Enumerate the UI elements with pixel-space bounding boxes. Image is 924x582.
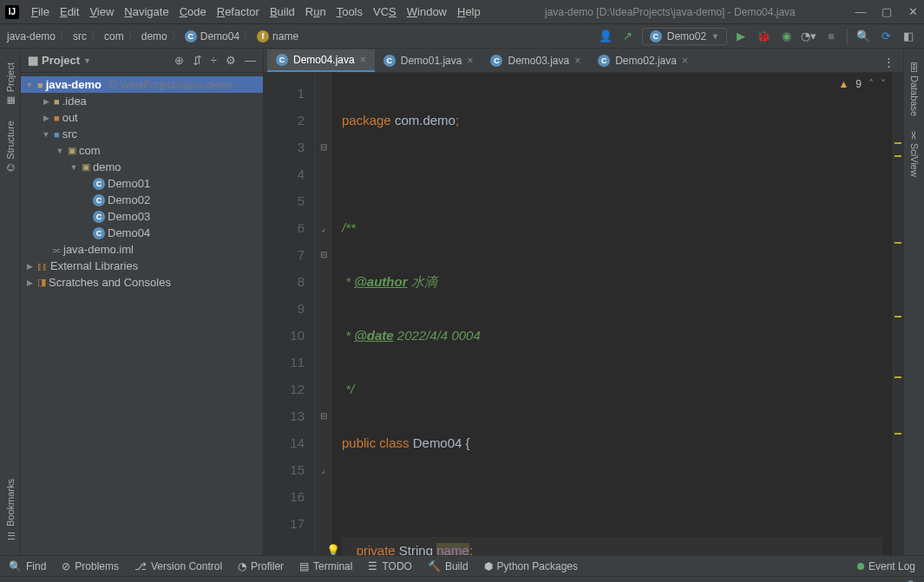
menu-tools[interactable]: Tools — [331, 3, 368, 20]
warning-count[interactable]: 9 — [855, 78, 862, 90]
editor-tab[interactable]: CDemo02.java× — [589, 49, 697, 72]
expander-icon[interactable]: ▼ — [69, 163, 79, 172]
project-tool-tab[interactable]: ▦ Project — [2, 56, 18, 114]
find-tool[interactable]: 🔍 Find — [9, 560, 46, 572]
code-editor[interactable]: package com.demo; /** * @author 水滴 * @da… — [331, 73, 893, 555]
close-window-button[interactable]: ✕ — [907, 5, 919, 18]
tree-node-iml[interactable]: ⫘java-demo.iml — [21, 241, 263, 258]
coverage-button[interactable]: ◉ — [777, 28, 795, 45]
sciview-tool-tab[interactable]: ⫘ SciView — [907, 123, 922, 184]
expander-icon[interactable]: ▶ — [41, 114, 51, 122]
sync-icon[interactable]: ⟳ — [877, 28, 895, 45]
error-stripe[interactable] — [893, 73, 903, 555]
tree-node-class[interactable]: CDemo01 — [21, 175, 263, 192]
warning-icon[interactable]: ▲ — [838, 78, 849, 90]
minimize-button[interactable]: — — [855, 5, 867, 18]
close-tab-icon[interactable]: × — [574, 55, 580, 67]
fold-icon[interactable]: ⊟ — [316, 241, 331, 268]
tabs-more-icon[interactable]: ⋮ — [875, 52, 903, 72]
build-button[interactable]: ↗ — [619, 28, 637, 45]
stop-button[interactable]: ■ — [822, 28, 840, 45]
intention-bulb-icon[interactable]: 💡 — [326, 537, 340, 555]
menu-build[interactable]: Build — [265, 3, 300, 20]
tree-node-class[interactable]: CDemo04 — [21, 225, 263, 241]
crumb-field[interactable]: fname — [257, 30, 298, 43]
tree-node-out[interactable]: ▶■out — [21, 109, 263, 126]
menu-edit[interactable]: Edit — [55, 3, 84, 20]
tree-project-root[interactable]: ▼ ■ java-demo D:\IdeaProjects\java-demo — [21, 76, 263, 93]
menu-vcs[interactable]: VCS — [368, 3, 402, 20]
expander-icon[interactable]: ▼ — [41, 130, 51, 139]
event-log-tool[interactable]: Event Log — [857, 560, 915, 572]
structure-tool-tab[interactable]: ⌬ Structure — [2, 114, 18, 179]
menu-view[interactable]: View — [84, 3, 119, 20]
menu-help[interactable]: Help — [452, 3, 486, 20]
fold-end-icon[interactable]: ⌟ — [316, 214, 331, 241]
terminal-tool[interactable]: ▤ Terminal — [299, 560, 352, 572]
add-user-icon[interactable]: 👤 — [597, 28, 614, 45]
crumb-src[interactable]: src — [73, 30, 87, 43]
chevron-down-icon: ▼ — [711, 32, 719, 41]
build-tool[interactable]: 🔨 Build — [428, 560, 469, 572]
bookmarks-tool-tab[interactable]: ☰ Bookmarks — [2, 472, 18, 548]
close-tab-icon[interactable]: × — [467, 55, 473, 67]
vcs-tool[interactable]: ⎇ Version Control — [134, 560, 222, 572]
ide-settings-icon[interactable]: ◧ — [900, 28, 917, 45]
database-tool-tab[interactable]: 🗄 Database — [907, 56, 922, 123]
run-config-select[interactable]: C Demo02 ▼ — [642, 28, 727, 45]
fold-icon[interactable]: ⊟ — [316, 402, 331, 429]
close-tab-icon[interactable]: × — [360, 54, 366, 66]
menu-navigate[interactable]: Navigate — [119, 3, 174, 20]
fold-icon[interactable]: ⊟ — [316, 134, 331, 160]
line-number-gutter[interactable]: 1234567891011121314151617 — [264, 73, 316, 555]
crumb-demo[interactable]: demo — [141, 30, 167, 43]
crumb-project[interactable]: java-demo — [7, 30, 56, 43]
panel-settings-icon[interactable]: ⚙ — [226, 54, 236, 67]
menu-run[interactable]: Run — [300, 3, 331, 20]
tree-node-idea[interactable]: ▶■.idea — [21, 93, 263, 109]
profile-button[interactable]: ◔▾ — [800, 28, 817, 45]
debug-button[interactable]: 🐞 — [755, 28, 772, 45]
run-button[interactable]: ▶ — [732, 28, 750, 45]
prev-highlight-icon[interactable]: ˄ — [868, 78, 874, 90]
expander-icon[interactable]: ▶ — [24, 262, 35, 271]
project-view-select[interactable]: ▦ Project ▼ — [28, 54, 91, 67]
editor-tab[interactable]: CDemo04.java× — [267, 49, 375, 72]
maximize-button[interactable]: ▢ — [881, 5, 893, 18]
search-icon[interactable]: 🔍 — [855, 28, 872, 45]
collapse-all-icon[interactable]: ÷ — [211, 54, 217, 67]
tree-node-com[interactable]: ▼▣com — [21, 142, 263, 159]
expander-icon[interactable]: ▼ — [55, 147, 65, 155]
menu-window[interactable]: Window — [402, 3, 452, 20]
menu-refactor[interactable]: Refactor — [212, 3, 265, 20]
tree-node-class[interactable]: CDemo03 — [21, 208, 263, 225]
problems-tool[interactable]: ⊘ Problems — [62, 560, 119, 572]
next-highlight-icon[interactable]: ˅ — [881, 78, 886, 90]
editor-tab[interactable]: CDemo03.java× — [482, 49, 589, 72]
menu-code[interactable]: Code — [174, 3, 212, 20]
tree-node-src[interactable]: ▼■src — [21, 126, 263, 142]
class-icon: C — [276, 54, 288, 66]
chevron-right-icon: 〉 — [90, 29, 101, 43]
todo-tool[interactable]: ☰ TODO — [368, 560, 411, 572]
editor-tab[interactable]: CDemo01.java× — [375, 49, 482, 72]
expander-icon[interactable]: ▼ — [24, 81, 35, 89]
expander-icon[interactable]: ▶ — [41, 97, 51, 106]
class-icon: C — [490, 55, 502, 67]
folder-icon: ■ — [54, 113, 60, 123]
crumb-com[interactable]: com — [104, 30, 124, 43]
expand-all-icon[interactable]: ⇵ — [193, 54, 202, 67]
select-opened-file-icon[interactable]: ⊕ — [174, 54, 184, 67]
fold-end-icon[interactable]: ⌟ — [316, 456, 331, 483]
profiler-tool[interactable]: ◔ Profiler — [238, 560, 284, 572]
tree-node-ext-lib[interactable]: ▶⫿⫿External Libraries — [21, 258, 263, 274]
python-packages-tool[interactable]: ⬢ Python Packages — [484, 560, 578, 572]
close-tab-icon[interactable]: × — [682, 55, 688, 67]
hide-panel-icon[interactable]: — — [245, 54, 256, 67]
menu-file[interactable]: File — [26, 3, 55, 20]
tree-node-scratches[interactable]: ▶◨Scratches and Consoles — [21, 274, 263, 291]
crumb-class[interactable]: CDemo04 — [185, 30, 239, 43]
expander-icon[interactable]: ▶ — [24, 278, 35, 287]
tree-node-class[interactable]: CDemo02 — [21, 192, 263, 208]
tree-node-demo[interactable]: ▼▣demo — [21, 159, 263, 175]
